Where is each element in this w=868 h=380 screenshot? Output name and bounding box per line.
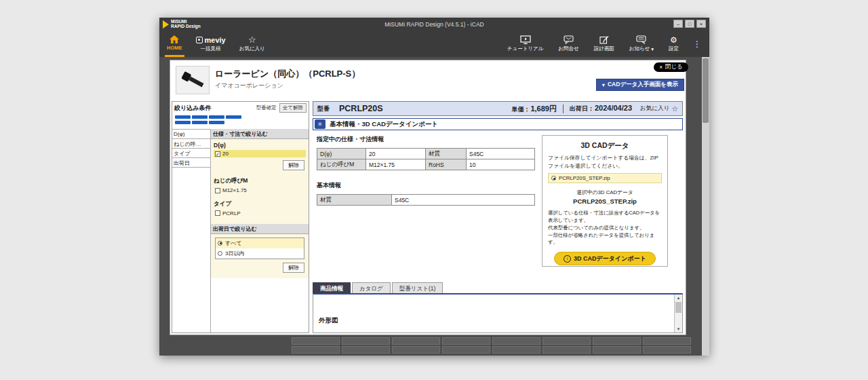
basic-key-cell: 材質 — [317, 195, 392, 206]
maximize-button[interactable]: □ — [685, 20, 694, 28]
checkbox-unchecked-icon[interactable] — [215, 188, 220, 193]
cad-data-panel: 3D CADデータ ファイル保存してインポートする場合は、ZIP ファイルを選択… — [542, 135, 668, 267]
spec-value-cell: S45C — [467, 149, 535, 159]
cad-import-button-label: 3D CADデータインポート — [574, 254, 646, 263]
filter-row-shipdate[interactable]: 出荷日 — [172, 157, 210, 168]
cad-file-option[interactable]: PCRLP20S_STEP.zip — [548, 173, 662, 183]
radio-unselected-icon[interactable] — [218, 251, 222, 256]
spec-key-cell: RoHS — [426, 159, 467, 170]
nav-tutorial-label: チュートリアル — [507, 45, 544, 52]
nav-design-screen[interactable]: 設計画面 — [592, 31, 616, 57]
filter-thread-value: M12×1.75 — [222, 187, 251, 194]
clear-d-button[interactable]: 解除 — [283, 160, 304, 170]
part-number-label: 型番 — [317, 104, 330, 113]
favorite-label: お気に入り — [640, 104, 669, 113]
minimize-button[interactable]: – — [673, 20, 683, 28]
news-bubble-icon — [636, 35, 646, 44]
drawing-title: 外形図 — [319, 316, 338, 325]
app-window: MiSUMi RAPiD Design MiSUMi RAPiD Design … — [159, 18, 709, 356]
drawing-scrollbar-thumb[interactable] — [675, 302, 682, 313]
checkbox-checked-icon[interactable]: ✓ — [215, 151, 220, 157]
basic-info-section-bar[interactable]: » 基本情報・3D CADデータインポート — [313, 118, 683, 130]
main-panel: 型番 PCRLP20S 単価： 1,689円 出荷日： 2024/04/23 — [313, 101, 684, 333]
roller-pin-image — [181, 71, 205, 89]
favorite-toggle[interactable]: お気に入り ☆ — [640, 104, 678, 113]
dialog-close-button[interactable]: × 閉じる — [654, 62, 688, 72]
part-confirmed-label: 型番確定 — [256, 104, 277, 111]
nav-meviy[interactable]: meviy 一括見積 — [194, 31, 228, 57]
nav-news-label: お知らせ — [629, 45, 650, 52]
ship-date-value: 2024/04/23 — [595, 104, 632, 112]
more-menu-button[interactable]: ⋮ — [692, 31, 703, 57]
product-title: ローラーピン（同心）（PCRLP-S） — [215, 68, 360, 80]
filter-panel: 絞り込み条件 型番確定 全て解除 D(φ) — [172, 101, 309, 333]
nav-favorites[interactable]: ☆ お気に入り — [237, 31, 267, 57]
nav-news[interactable]: お知らせ ▾ — [627, 31, 656, 57]
radio-selected-icon[interactable] — [218, 241, 222, 246]
background-table — [292, 337, 698, 356]
window-scrollbar-thumb[interactable] — [703, 58, 709, 123]
spec-value-cell: M12×1.75 — [366, 159, 426, 170]
nav-design-screen-label: 設計画面 — [594, 45, 614, 52]
window-scrollbar[interactable] — [702, 57, 709, 356]
nav-meviy-label: meviy — [205, 36, 226, 44]
clear-all-button[interactable]: 全て解除 — [279, 103, 307, 113]
filter-row-thread[interactable]: ねじの呼… — [172, 138, 210, 149]
contact-bubble-icon — [564, 35, 574, 44]
scroll-up-icon[interactable]: ▲ — [675, 294, 682, 301]
basic-info-table: 材質 S45C — [317, 194, 535, 206]
filter-row-d[interactable]: D(φ) — [172, 129, 210, 139]
filter-type-value: PCRLP — [222, 210, 241, 216]
filter-row-headers: D(φ) ねじの呼… タイプ 出荷日 — [172, 129, 211, 332]
filter-thread-option[interactable]: M12×1.75 — [214, 187, 306, 195]
ship-filter-section: すべて 3日以内 解除 — [211, 234, 309, 278]
show-cad-screen-label: CADデータ入手画面を表示 — [608, 81, 678, 89]
nav-settings[interactable]: ⚙ 設定 — [667, 31, 681, 57]
part-header: 型番 PCRLP20S 単価： 1,689円 出荷日： 2024/04/23 — [313, 101, 683, 116]
filter-title: 絞り込み条件 — [174, 104, 211, 113]
filter-thread-label: ねじの呼びM — [214, 177, 306, 185]
clear-ship-button[interactable]: 解除 — [283, 263, 304, 273]
ship-option-all[interactable]: すべて — [216, 238, 304, 248]
filter-d-option[interactable]: ✓ 20 — [214, 150, 306, 157]
spec-table: D(φ) 20 材質 S45C ねじの呼びM M12×1.75 RoHS 10 — [317, 148, 535, 170]
radio-selected-icon[interactable] — [551, 176, 556, 180]
drawing-section: 外形図 ▲ ▼ — [313, 293, 683, 333]
spec-key-cell: D(φ) — [317, 149, 366, 159]
spec-info-title: 指定中の仕様・寸法情報 — [317, 135, 540, 144]
spec-key-cell: ねじの呼びM — [317, 159, 366, 170]
content-area: × 閉じる ローラーピン（同心）（PCRLP-S） イマオコーポレーション ▾ … — [159, 57, 709, 356]
ship-option-all-label: すべて — [225, 240, 242, 247]
nav-contact[interactable]: お問合せ — [556, 31, 580, 57]
spec-content: 指定中の仕様・寸法情報 D(φ) 20 材質 S45C ねじの呼びM M12×1… — [317, 135, 540, 206]
filter-d-label: D(φ) — [214, 142, 306, 149]
cad-import-button[interactable]: ↓ 3D CADデータインポート — [554, 252, 656, 265]
chevron-down-icon: ▾ — [651, 46, 654, 52]
dialog-close-label: 閉じる — [665, 63, 683, 71]
cad-selected-label: 選択中の3D CADデータ — [548, 189, 662, 196]
show-cad-screen-button[interactable]: ▾ CADデータ入手画面を表示 — [596, 79, 684, 91]
collapse-section-icon[interactable]: » — [315, 119, 326, 129]
nav-home[interactable]: HOME — [165, 31, 184, 57]
basic-info-title: 基本情報 — [317, 181, 540, 190]
star-icon: ☆ — [248, 35, 256, 44]
checkbox-unchecked-icon[interactable] — [215, 210, 220, 216]
window-title: MiSUMi RAPiD Design (V4.5.1) - iCAD — [159, 21, 709, 28]
close-window-button[interactable]: × — [696, 20, 706, 28]
product-thumbnail — [176, 66, 210, 94]
ship-option-3days[interactable]: 3日以内 — [216, 248, 304, 259]
scroll-down-icon[interactable]: ▼ — [675, 326, 682, 332]
drawing-scrollbar[interactable]: ▲ ▼ — [674, 294, 682, 332]
ship-option-3days-label: 3日以内 — [225, 250, 244, 257]
filter-type-option[interactable]: PCRLP — [214, 210, 306, 217]
filter-row-type[interactable]: タイプ — [172, 148, 210, 158]
ship-filter-section-title: 出荷日で絞り込む — [211, 224, 309, 234]
nav-tutorial[interactable]: チュートリアル — [505, 31, 546, 57]
part-number-value: PCRLP20S — [339, 104, 383, 113]
nav-home-label: HOME — [167, 45, 182, 51]
main-toolbar: HOME meviy 一括見積 ☆ お気に入り チュートリアル お問合せ — [159, 31, 709, 57]
price-value: 1,689円 — [530, 104, 557, 114]
product-dialog: × 閉じる ローラーピン（同心）（PCRLP-S） イマオコーポレーション ▾ … — [170, 60, 686, 335]
spec-filter-section-title: 仕様・寸法で絞り込む — [211, 129, 309, 139]
price-label: 単価： — [511, 105, 530, 114]
